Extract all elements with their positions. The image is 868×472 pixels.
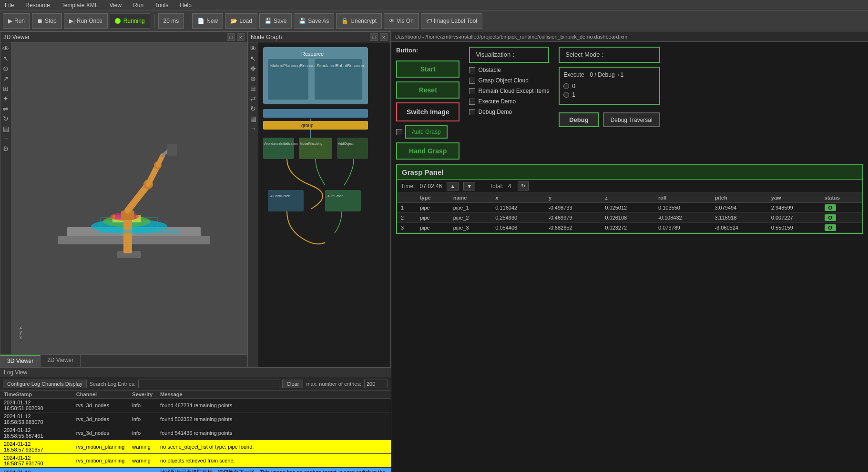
log-message: 此张图片已无抓取目标，请切换至下一张。This image has no cap… <box>156 468 391 472</box>
grasp-col-roll: roll <box>654 193 711 203</box>
ng-select-icon[interactable]: ↖ <box>249 54 257 63</box>
log-toolbar: Configure Log Channels Display Search Lo… <box>0 377 391 391</box>
node-graph-close[interactable]: × <box>380 33 388 41</box>
grasp-toolbar: Time: 07:02:46 ▲ ▼ Total: 4 ↻ <box>397 180 862 193</box>
log-col-channel: Channel <box>72 391 129 399</box>
node-graph-minimize[interactable]: □ <box>370 33 378 41</box>
svg-text:AvoildanceInitialization: AvoildanceInitialization <box>264 142 298 145</box>
run-once-button[interactable]: ▶| Run Once <box>64 13 108 29</box>
eye-icon[interactable]: 👁 <box>1 44 10 53</box>
new-icon: 📄 <box>197 18 204 24</box>
node-graph-canvas[interactable]: 👁 ↖ ✥ ⊕ ⊞ ⇄ ↻ ▦ → Resource <box>248 42 390 367</box>
reset-button[interactable]: Reset <box>396 81 460 99</box>
ng-arrange-icon[interactable]: ▦ <box>249 114 257 123</box>
hand-grasp-button[interactable]: Hand Grasp <box>396 142 460 160</box>
ng-pan-icon[interactable]: ✥ <box>249 64 257 73</box>
switch-image-button[interactable]: Switch Image <box>396 102 460 121</box>
tab-2d-viewer[interactable]: 2D Viewer <box>41 355 81 367</box>
execute-demo-checkbox[interactable] <box>469 99 475 105</box>
log-timestamp: 2024-01-12 16:58:51.602090 <box>0 399 72 412</box>
star-icon[interactable]: ✦ <box>1 94 10 103</box>
arrow-icon[interactable]: → <box>1 134 10 143</box>
ng-zoom-icon[interactable]: ⊕ <box>249 74 257 83</box>
svg-text:AutoGrasp: AutoGrasp <box>327 194 344 198</box>
menu-view[interactable]: View <box>106 1 124 10</box>
connect-icon[interactable]: ⇌ <box>1 104 10 113</box>
debug-traversal-button[interactable]: Debug Traversal <box>603 112 660 127</box>
pointer-icon[interactable]: ↗ <box>1 74 10 83</box>
tab-3d-viewer[interactable]: 3D Viewer <box>0 355 41 367</box>
total-label: Total: <box>490 183 503 190</box>
auto-grasp-checkbox[interactable] <box>396 129 402 135</box>
ng-eye-icon[interactable]: 👁 <box>249 44 257 53</box>
viewer-tab-bar: 3D Viewer 2D Viewer <box>0 354 247 367</box>
ng-layout-icon[interactable]: ⇄ <box>249 94 257 103</box>
cursor-icon[interactable]: ↖ <box>1 54 10 63</box>
ng-cursor-icon[interactable]: → <box>249 124 257 133</box>
viewer-3d-title: 3D Viewer <box>3 34 30 40</box>
grid-icon[interactable]: ⊞ <box>1 84 10 93</box>
total-refresh-btn[interactable]: ↻ <box>518 181 529 191</box>
grasp-idx: 2 <box>397 213 416 223</box>
ng-group-icon[interactable]: ⊞ <box>249 84 257 93</box>
viewers-row: 3D Viewer □ × 👁 ↖ ⊙ ↗ ⊞ ✦ ⇌ <box>0 31 391 367</box>
node-graph-controls: □ × <box>370 33 388 41</box>
image-label-tool-button[interactable]: 🏷 Image Label Tool <box>421 13 482 29</box>
max-entries-input[interactable] <box>364 380 388 388</box>
svg-rect-29 <box>263 138 294 159</box>
obstacle-checkbox[interactable] <box>469 67 475 73</box>
log-entries-table: TimeStamp Channel Severity Message 2024-… <box>0 391 391 472</box>
run-button[interactable]: ▶ Run <box>3 13 30 29</box>
auto-grasp-button[interactable]: Auto Grasp <box>405 125 448 139</box>
load-button[interactable]: 📂 Load <box>225 13 257 29</box>
layout-icon[interactable]: ▤ <box>1 124 10 133</box>
status-badge: O <box>825 224 837 231</box>
menu-help[interactable]: Help <box>177 1 194 10</box>
menu-file[interactable]: File <box>2 1 17 10</box>
search-log-input[interactable] <box>138 380 279 388</box>
grasp-cloud-checkbox[interactable] <box>469 78 475 84</box>
start-button[interactable]: Start <box>396 60 460 78</box>
target-icon[interactable]: ⊙ <box>1 64 10 73</box>
debug-demo-checkbox[interactable] <box>469 109 475 115</box>
grasp-col-idx <box>397 193 416 203</box>
time-prev-btn[interactable]: ▲ <box>447 182 459 191</box>
stop-button[interactable]: ⏹ Stop <box>32 13 62 29</box>
menu-tools[interactable]: Tools <box>152 1 171 10</box>
save-button[interactable]: 💾 Save <box>259 13 292 29</box>
clear-log-button[interactable]: Clear <box>282 380 303 388</box>
remain-cloud-label: Remain Cloud Except Items <box>478 88 549 94</box>
ng-refresh2-icon[interactable]: ↻ <box>249 104 257 113</box>
grasp-status: O <box>821 203 862 213</box>
grasp-name: pipe_3 <box>449 223 492 233</box>
viewer-3d-close[interactable]: × <box>237 33 245 41</box>
grasp-z: 0.025012 <box>601 203 654 213</box>
grasp-col-name: name <box>449 193 492 203</box>
viewer-3d-canvas[interactable]: 👁 ↖ ⊙ ↗ ⊞ ✦ ⇌ ↻ ▤ → ⚙ <box>0 42 247 354</box>
menu-resource[interactable]: Resource <box>22 1 52 10</box>
menu-template-xml[interactable]: Template XML <box>59 1 101 10</box>
tool-icon[interactable]: ⚙ <box>1 144 10 153</box>
running-indicator: Running <box>110 13 150 29</box>
radio-1[interactable] <box>563 92 569 98</box>
refresh-icon[interactable]: ↻ <box>1 114 10 123</box>
svg-line-15 <box>158 156 163 165</box>
save-as-icon: 💾 <box>299 18 306 24</box>
execute-demo-row: Execute Demo <box>469 98 549 105</box>
vis-on-button[interactable]: 👁 Vis On <box>384 13 419 29</box>
main-layout: 3D Viewer □ × 👁 ↖ ⊙ ↗ ⊞ ✦ ⇌ <box>0 31 868 472</box>
svg-line-11 <box>128 184 148 211</box>
radio-0[interactable] <box>563 83 569 89</box>
total-value: 4 <box>508 183 511 190</box>
new-button[interactable]: 📄 New <box>192 13 223 29</box>
viewer-3d-minimize[interactable]: □ <box>227 33 235 41</box>
debug-button[interactable]: Debug <box>559 112 599 127</box>
menu-run[interactable]: Run <box>130 1 146 10</box>
time-next-btn[interactable]: ▼ <box>463 182 475 191</box>
select-mode-sub: Execute→0 / Debug→1 <box>563 71 655 78</box>
remain-cloud-checkbox[interactable] <box>469 88 475 94</box>
grasp-type: pipe <box>416 213 449 223</box>
unencrypt-button[interactable]: 🔓 Unencrypt <box>336 13 382 29</box>
configure-log-button[interactable]: Configure Log Channels Display <box>3 380 87 388</box>
save-as-button[interactable]: 💾 Save As <box>294 13 334 29</box>
